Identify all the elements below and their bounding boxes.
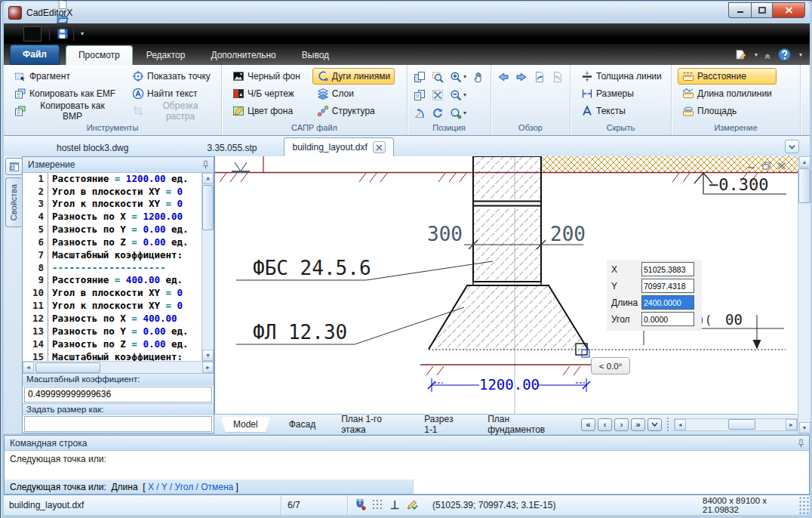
- sheet-prev-button[interactable]: ‹: [598, 418, 612, 431]
- sheet-tab-План 1-го этажа[interactable]: План 1-го этажа: [334, 414, 406, 435]
- command-option-Y[interactable]: Y: [161, 482, 168, 492]
- save-floppy-button[interactable]: [54, 26, 70, 42]
- open-folder-button[interactable]: [54, 11, 70, 26]
- sheet-list-button[interactable]: [647, 418, 662, 431]
- scroll-right-icon[interactable]: ►: [786, 419, 797, 430]
- scroll-up-icon[interactable]: ▲: [202, 173, 214, 184]
- sheet-tab-Фасад[interactable]: Фасад: [281, 419, 323, 430]
- measure-line[interactable]: 1Расстояние = 1200.00 ед.: [23, 173, 214, 186]
- pages-copy-button[interactable]: [414, 89, 426, 101]
- qat-dropdown-icon[interactable]: ▾: [81, 30, 84, 37]
- measure-line[interactable]: 8--------------------: [23, 262, 214, 275]
- sheet-hscrollbar[interactable]: ◄ ►: [674, 418, 798, 431]
- sidebar-tab-properties[interactable]: Свойства: [5, 177, 21, 227]
- scale-factor-input[interactable]: [24, 387, 212, 402]
- arcs-lines-button[interactable]: Дуги линиями: [312, 68, 395, 85]
- minimize-button[interactable]: [728, 2, 751, 18]
- structure-button[interactable]: Структура: [312, 103, 395, 119]
- pages-overlap-button[interactable]: [414, 71, 426, 83]
- measure-line[interactable]: 14Разность по Z = 0.00 ед.: [23, 338, 214, 351]
- black-bg-button[interactable]: Черный фон: [228, 68, 305, 85]
- scroll-right-icon[interactable]: ►: [202, 362, 214, 373]
- scroll-left-icon[interactable]: ◄: [675, 419, 686, 430]
- pin-icon[interactable]: [201, 159, 211, 170]
- app-menu-button[interactable]: [23, 26, 42, 42]
- command-option-X[interactable]: X: [148, 482, 154, 492]
- measurement-list[interactable]: 1Расстояние = 1200.00 ед.2Угол в плоскос…: [23, 173, 214, 361]
- page-undo-button[interactable]: [534, 71, 546, 83]
- zoom-in-button[interactable]: ▾: [450, 71, 466, 83]
- measure-line[interactable]: 6Разность по Z = 0.00 ед.: [23, 236, 214, 249]
- ribbon-tab-Редактор[interactable]: Редактор: [134, 46, 198, 65]
- doc-tab[interactable]: building_layout.dxf: [284, 137, 393, 157]
- measure-line[interactable]: 2Угол в плоскости XY = 0: [23, 186, 214, 199]
- panel-icon[interactable]: [5, 158, 23, 175]
- measure-line[interactable]: 10Угол в плоскости XY = 0: [23, 287, 214, 300]
- help-dropdown-icon[interactable]: ▾: [799, 51, 802, 58]
- find-text-button[interactable]: Найти текст: [128, 85, 218, 102]
- new-doc-button[interactable]: [54, 0, 70, 11]
- refresh-view-button[interactable]: [432, 107, 444, 119]
- collapse-ribbon-icon[interactable]: [762, 51, 773, 60]
- drawing-vscrollbar[interactable]: ▲ ▼: [798, 156, 810, 433]
- grid-snap-icon[interactable]: [371, 498, 383, 513]
- texts-a-button[interactable]: Тексты: [577, 103, 666, 119]
- scroll-up-icon[interactable]: ▲: [799, 156, 810, 168]
- bw-drawing-button[interactable]: Ч/Б чертеж: [228, 85, 305, 102]
- coord-y-input[interactable]: [641, 279, 694, 293]
- zoom-selected-button[interactable]: ▾: [450, 107, 466, 119]
- help-icon[interactable]: [777, 48, 792, 62]
- ribbon-tab-Дополнительно[interactable]: Дополнительно: [198, 46, 288, 65]
- layers-button[interactable]: Слои: [312, 85, 395, 102]
- copy-emf-button[interactable]: Копировать как EMF: [10, 85, 120, 102]
- drawing-canvas[interactable]: 300 200 ФБС 24.5.6 ФЛ 1: [214, 156, 798, 414]
- nav-forward-button[interactable]: [515, 71, 527, 83]
- sheet-tab-План фундаментов[interactable]: План фундаментов: [480, 414, 564, 435]
- nav-back-button[interactable]: [497, 71, 509, 83]
- close-button[interactable]: [772, 2, 805, 18]
- mdi-minimize-icon[interactable]: [745, 160, 758, 171]
- dimensions-button[interactable]: Размеры: [577, 85, 666, 102]
- pan-hand-button[interactable]: [472, 71, 484, 83]
- sheet-tab-Разрез 1-1[interactable]: Разрез 1-1: [417, 414, 469, 435]
- rotate-35-button[interactable]: [414, 107, 426, 119]
- resize-grip[interactable]: [799, 495, 810, 515]
- zoom-window-button[interactable]: [432, 71, 444, 83]
- sheet-first-button[interactable]: «: [581, 418, 595, 431]
- doc-tab[interactable]: hostel block3.dwg: [49, 140, 136, 156]
- line-width-button[interactable]: Толщина линии: [577, 68, 666, 85]
- scroll-down-icon[interactable]: ▼: [202, 350, 214, 361]
- ribbon-tab-Файл[interactable]: Файл: [10, 45, 60, 65]
- zoom-fit-button[interactable]: [432, 89, 444, 101]
- close-tab-icon[interactable]: [373, 141, 386, 153]
- measure-line[interactable]: 13Разность по Y = 0.00 ед.: [23, 325, 214, 338]
- edit-page-icon[interactable]: [734, 49, 747, 61]
- magnet-snap-icon[interactable]: [354, 498, 366, 513]
- maximize-button[interactable]: [751, 2, 772, 18]
- perpendicular-icon[interactable]: [389, 498, 401, 513]
- sheet-next-button[interactable]: ›: [614, 418, 629, 431]
- dropdown-arrow-icon[interactable]: ▾: [463, 110, 466, 116]
- page-redo-button[interactable]: [552, 71, 564, 83]
- scroll-down-icon[interactable]: ▼: [799, 422, 810, 433]
- measurement-hscrollbar[interactable]: ◄ ►: [23, 361, 214, 373]
- set-size-input[interactable]: [24, 416, 212, 432]
- pin-icon[interactable]: [796, 438, 806, 449]
- scroll-left-icon[interactable]: ◄: [23, 362, 34, 373]
- measure-line[interactable]: 9Расстояние = 400.00 ед.: [23, 274, 214, 287]
- copy-bmp-button[interactable]: Копировать как BMP: [10, 103, 120, 119]
- fragment-button[interactable]: Фрагмент: [10, 68, 120, 85]
- command-option-Угол[interactable]: Угол: [175, 482, 194, 492]
- doc-tabs-dropdown-button[interactable]: [785, 140, 799, 153]
- measure-line[interactable]: 4Разность по X = 1200.00: [23, 211, 214, 224]
- edit-dropdown-icon[interactable]: ▾: [755, 51, 758, 58]
- show-point-button[interactable]: Показать точку: [128, 68, 218, 85]
- ribbon-tab-Вывод[interactable]: Вывод: [290, 46, 341, 65]
- ruler-area-button[interactable]: Площадь: [678, 103, 777, 119]
- coord-length-input[interactable]: [641, 295, 694, 310]
- command-option-Отмена[interactable]: Отмена: [201, 482, 233, 492]
- measure-line[interactable]: 11Угол к плоскости XY = 0: [23, 300, 214, 313]
- coord-angle-input[interactable]: [641, 312, 694, 326]
- coord-x-input[interactable]: [641, 262, 694, 276]
- mdi-close-icon[interactable]: [775, 160, 788, 171]
